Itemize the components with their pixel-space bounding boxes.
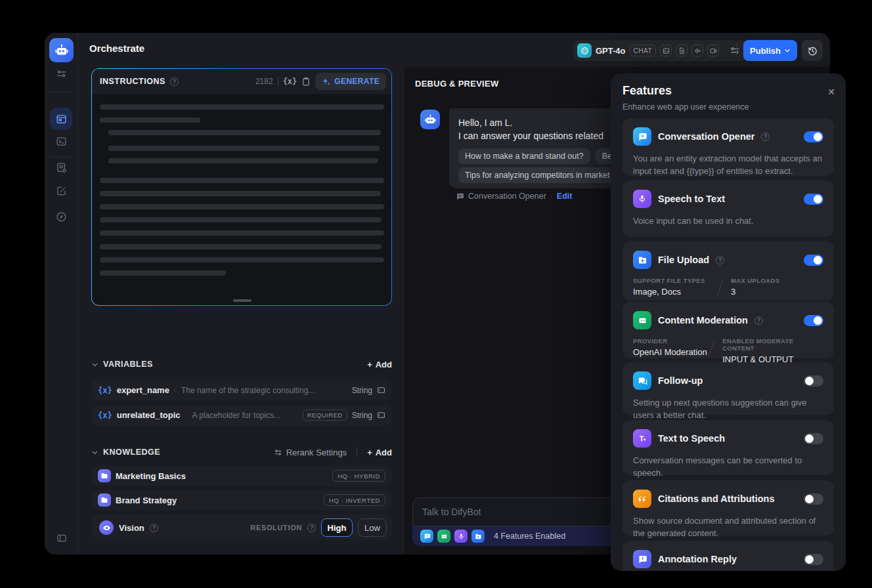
- add-label: Add: [376, 360, 392, 369]
- variable-description: A placeholder for topics...: [192, 411, 297, 420]
- variable-type: String: [352, 411, 372, 420]
- chevron-down-icon: [784, 47, 791, 54]
- toggle-speech-to-text[interactable]: [804, 194, 823, 205]
- resolution-low-button[interactable]: Low: [358, 518, 387, 537]
- features-title: Features: [622, 84, 672, 98]
- feature-title: Citations and Attributions: [658, 494, 774, 504]
- conversation-opener-icon: [633, 127, 651, 146]
- feature-card-text-to-speech: Text to Speech Conversation messages can…: [622, 420, 834, 475]
- variable-row[interactable]: {x} unrelated_topic · A placeholder for …: [91, 405, 392, 425]
- vision-label: Vision: [119, 523, 144, 533]
- resize-handle[interactable]: [233, 299, 251, 302]
- feature-card-file-upload: File Upload ? SUPPORT FILE TYPES Image, …: [622, 242, 834, 301]
- toggle-file-upload[interactable]: [804, 255, 823, 266]
- conversation-opener-mini-icon: [420, 530, 433, 543]
- document-capability-icon: [676, 45, 687, 56]
- file-upload-icon: [633, 251, 651, 269]
- knowledge-row[interactable]: Marketing Basics HQ · HYBRID: [91, 466, 392, 486]
- sidebar-item-logs[interactable]: [45, 162, 78, 173]
- add-knowledge-button[interactable]: + Add: [367, 448, 392, 457]
- speech-to-text-mini-icon: [454, 530, 468, 543]
- audio-capability-icon: [691, 45, 703, 56]
- add-variable-button[interactable]: + Add: [367, 360, 392, 369]
- publish-button[interactable]: Publish: [743, 40, 797, 61]
- sidebar-item-monitoring[interactable]: [45, 211, 78, 222]
- conversation-opener-row: Conversation Opener · Edit: [456, 192, 572, 201]
- close-icon[interactable]: ✕: [827, 87, 835, 97]
- feature-title: File Upload: [658, 255, 709, 265]
- image-capability-icon: [660, 45, 672, 56]
- suggested-question-chip[interactable]: Tips for analyzing competitors in market: [458, 167, 616, 183]
- column-value: OpenAI Moderation: [633, 347, 711, 357]
- knowledge-row[interactable]: Brand Strategy HQ · INVERTED: [91, 490, 392, 510]
- knowledge-label: KNOWLEDGE: [103, 448, 160, 457]
- help-icon[interactable]: ?: [170, 77, 179, 86]
- app-window-icon: [56, 114, 67, 125]
- insert-variable-button[interactable]: {x}: [283, 77, 297, 86]
- dot-separator: ·: [174, 386, 177, 395]
- sidebar-item-annotations[interactable]: [45, 185, 78, 196]
- help-icon[interactable]: ?: [307, 524, 316, 532]
- instructions-header: INSTRUCTIONS ? 2182 {x} GENERATE: [92, 69, 391, 94]
- suggested-question-chip[interactable]: How to make a brand stand out?: [458, 148, 590, 164]
- version-history-button[interactable]: [802, 40, 823, 61]
- toggle-citations[interactable]: [804, 494, 823, 505]
- collapse-knowledge-button[interactable]: [91, 449, 98, 456]
- sliders-icon: [730, 45, 740, 56]
- help-icon[interactable]: ?: [754, 316, 763, 325]
- help-icon[interactable]: ?: [150, 524, 158, 532]
- model-selector[interactable]: GPT-4o CHAT: [573, 40, 747, 61]
- dataset-folder-icon: [98, 494, 111, 507]
- copy-button[interactable]: [301, 77, 311, 86]
- feature-title: Text to Speech: [658, 433, 725, 444]
- help-icon[interactable]: ?: [761, 133, 770, 141]
- column-value: Image, Docs: [633, 287, 720, 297]
- debug-preview-title: DEBUG & PREVIEW: [415, 79, 498, 89]
- sidebar-item-settings[interactable]: [45, 68, 78, 79]
- header-divider: [736, 43, 737, 56]
- sliders-icon: [274, 448, 282, 457]
- file-types-column: SUPPORT FILE TYPES Image, Docs: [633, 277, 720, 298]
- features-enabled-label: 4 Features Enabled: [494, 532, 565, 541]
- help-icon[interactable]: ?: [716, 256, 724, 264]
- follow-up-icon: [633, 371, 651, 390]
- feature-description: Show source document and attributed sect…: [633, 514, 823, 539]
- column-label: PROVIDER: [633, 337, 711, 345]
- dataset-folder-icon: [98, 469, 111, 482]
- clipboard-icon: [301, 77, 311, 86]
- toggle-follow-up[interactable]: [804, 375, 823, 387]
- feature-description: Voice input can be used in chat.: [633, 215, 823, 227]
- video-capability-icon: [707, 45, 719, 56]
- logs-icon: [56, 162, 67, 173]
- toggle-content-moderation[interactable]: [804, 315, 823, 326]
- variable-type: String: [352, 386, 372, 395]
- features-panel: Features ✕ Enhance web app user experien…: [611, 74, 846, 571]
- knowledge-name: Marketing Basics: [116, 471, 328, 481]
- sidebar-item-terminal[interactable]: [45, 136, 78, 147]
- collapse-sidebar-button[interactable]: [45, 533, 78, 543]
- bot-avatar: [420, 110, 440, 129]
- sidebar-item-orchestrate[interactable]: [50, 108, 72, 130]
- model-params-button[interactable]: [730, 45, 740, 56]
- variable-name: expert_name: [117, 385, 169, 395]
- rerank-settings-button[interactable]: Rerank Settings: [274, 448, 347, 457]
- variable-row[interactable]: {x} expert_name · The name of the strate…: [91, 380, 392, 400]
- max-uploads-column: MAX UPLOADS 3: [731, 277, 779, 298]
- feature-card-content-moderation: Content Moderation ? PROVIDER OpenAI Mod…: [622, 302, 834, 358]
- resolution-high-button[interactable]: High: [321, 518, 353, 537]
- sidebar: [45, 33, 78, 555]
- variable-description: The name of the strategic consulting...: [181, 386, 347, 395]
- instructions-editor[interactable]: INSTRUCTIONS ? 2182 {x} GENERATE: [91, 68, 392, 306]
- toggle-conversation-opener[interactable]: [804, 131, 823, 142]
- robot-icon: [54, 43, 69, 58]
- knowledge-badge: HQ · INVERTED: [324, 494, 385, 506]
- toggle-annotation-reply[interactable]: [804, 554, 823, 565]
- app-avatar-robot-icon[interactable]: [49, 38, 74, 62]
- edit-opener-link[interactable]: Edit: [557, 192, 573, 201]
- chat-bubble-icon: [456, 192, 464, 201]
- collapse-variables-button[interactable]: [91, 361, 98, 368]
- generate-button[interactable]: GENERATE: [315, 73, 386, 90]
- vision-eye-icon: [99, 520, 114, 535]
- toggle-text-to-speech[interactable]: [804, 433, 823, 444]
- dot-separator: ·: [185, 411, 187, 420]
